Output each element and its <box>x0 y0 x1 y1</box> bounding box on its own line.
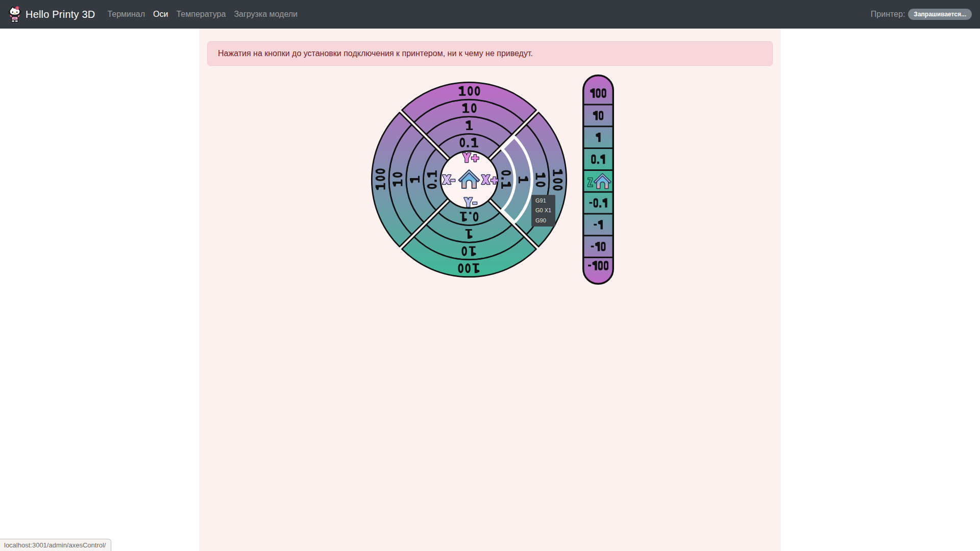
connection-warning-alert: Нажатия на кнопки до установки подключен… <box>207 41 773 66</box>
printer-label: Принтер: <box>871 10 905 19</box>
gcode-tooltip: G91G0 X1G90 <box>531 195 555 227</box>
printer-status-area: Принтер: Запрашивается... <box>871 9 972 20</box>
main-content: Нажатия на кнопки до установки подключен… <box>199 29 781 551</box>
tooltip-line-0: G91 <box>535 196 555 206</box>
printer-status-badge: Запрашивается... <box>908 9 972 20</box>
label-x-minus-sign <box>451 180 455 182</box>
tooltip-line-1: G0 X1 <box>535 206 555 215</box>
z-home-segment[interactable] <box>583 170 613 192</box>
nav-item-2[interactable]: Температура <box>172 6 230 23</box>
z-move--0.1-button[interactable] <box>583 192 613 214</box>
nav-links: ТерминалОсиТемператураЗагрузка модели <box>103 6 302 23</box>
z-move-1-button[interactable] <box>583 127 613 148</box>
z-move--1-button[interactable] <box>583 214 613 236</box>
z-jog-bar <box>582 74 614 285</box>
z-move--10-button[interactable] <box>583 236 613 258</box>
navbar: Hello Printy 3D ТерминалОсиТемператураЗа… <box>0 0 980 29</box>
nav-item-0[interactable]: Терминал <box>103 6 149 23</box>
z-move-10-button[interactable] <box>583 105 613 127</box>
z-move-0.1-button[interactable] <box>583 148 613 170</box>
xy-jog-wheel <box>370 80 569 279</box>
z-move-100-button[interactable] <box>583 74 613 105</box>
tooltip-line-2: G90 <box>535 216 555 226</box>
brand[interactable]: Hello Printy 3D <box>8 6 95 22</box>
hello-kitty-logo-icon <box>8 6 21 22</box>
z-move--100-button[interactable] <box>583 258 613 285</box>
nav-item-1[interactable]: Оси <box>149 6 172 23</box>
brand-title: Hello Printy 3D <box>26 9 95 20</box>
browser-status-url: localhost:3001/admin/axesControl/ <box>0 539 111 551</box>
nav-item-3[interactable]: Загрузка модели <box>230 6 302 23</box>
label-y-minus-sign <box>473 202 477 204</box>
